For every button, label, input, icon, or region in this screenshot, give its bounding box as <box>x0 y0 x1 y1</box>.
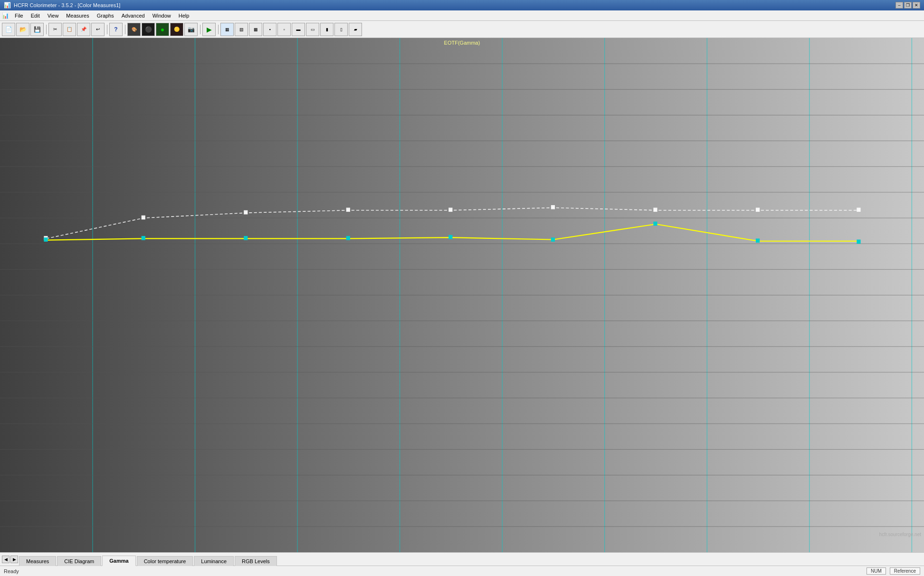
svg-rect-43 <box>551 237 555 242</box>
restore-button[interactable]: ❐ <box>904 2 912 9</box>
svg-rect-37 <box>857 208 860 212</box>
tab-rgb-levels[interactable]: RGB Levels <box>235 556 277 566</box>
tab-color-temperature[interactable]: Color temperature <box>137 556 193 566</box>
separator-4 <box>199 23 201 36</box>
separator-2 <box>105 23 108 36</box>
svg-rect-32 <box>346 208 350 212</box>
new-button[interactable]: 📄 <box>2 23 15 36</box>
camera-button[interactable]: 📷 <box>184 23 198 36</box>
tab-nav-right[interactable]: ▶ <box>10 556 18 563</box>
svg-rect-40 <box>244 236 248 240</box>
title-bar: 📊 HCFR Colorimeter - 3.5.2 - [Color Meas… <box>0 0 924 10</box>
help-button[interactable]: ? <box>109 23 123 36</box>
menu-measures[interactable]: Measures <box>62 12 93 19</box>
status-ready: Ready <box>4 568 19 574</box>
app-icon: 📊 <box>4 2 11 9</box>
app-menu-icon: 📊 <box>2 12 9 19</box>
status-reference: Reference <box>890 567 920 575</box>
view-btn-7[interactable]: ▭ <box>306 23 319 36</box>
svg-rect-38 <box>44 237 48 242</box>
separator-1 <box>45 23 48 36</box>
close-button[interactable]: ✕ <box>913 2 920 9</box>
rgb-black-button[interactable]: ⚫ <box>142 23 155 36</box>
menu-help[interactable]: Help <box>175 12 193 19</box>
status-bar: Ready NUM Reference <box>0 566 924 576</box>
colorimeter-button[interactable]: 🎨 <box>127 23 141 36</box>
view-btn-6[interactable]: ▬ <box>292 23 305 36</box>
separator-5 <box>217 23 219 36</box>
window-title: HCFR Colorimeter - 3.5.2 - [Color Measur… <box>14 2 120 8</box>
svg-rect-36 <box>756 208 760 212</box>
toolbar: 📄 📂 💾 ✂ 📋 📌 ↩ ? 🎨 ⚫ ● 🟡 📷 ▶ ▦ ▧ ▩ ▪ ▫ ▬ … <box>0 21 924 38</box>
svg-rect-33 <box>448 208 452 212</box>
watermark: hcfr.sourceforge.net <box>879 532 921 537</box>
menu-edit[interactable]: Edit <box>27 12 44 19</box>
cut-button[interactable]: ✂ <box>48 23 62 36</box>
chart-svg <box>0 38 924 552</box>
open-button[interactable]: 📂 <box>16 23 29 36</box>
menu-graphs[interactable]: Graphs <box>93 12 118 19</box>
svg-rect-45 <box>756 238 760 243</box>
menu-file[interactable]: File <box>11 12 27 19</box>
svg-rect-35 <box>653 208 657 212</box>
tab-measures[interactable]: Measures <box>19 556 56 566</box>
svg-rect-39 <box>142 236 145 240</box>
svg-rect-44 <box>653 222 657 226</box>
tab-bar: ◀ ▶ Measures CIE Diagram Gamma Color tem… <box>0 552 924 566</box>
undo-button[interactable]: ↩ <box>91 23 105 36</box>
view-btn-5[interactable]: ▫ <box>277 23 291 36</box>
tab-gamma[interactable]: Gamma <box>102 556 135 566</box>
view-btn-4[interactable]: ▪ <box>263 23 276 36</box>
view-btn-9[interactable]: ▯ <box>334 23 348 36</box>
view-btn-8[interactable]: ▮ <box>320 23 333 36</box>
tab-cie-diagram[interactable]: CIE Diagram <box>57 556 101 566</box>
separator-3 <box>124 23 126 36</box>
menu-view[interactable]: View <box>44 12 63 19</box>
svg-rect-41 <box>346 236 350 240</box>
view-btn-3[interactable]: ▩ <box>249 23 262 36</box>
save-button[interactable]: 💾 <box>30 23 44 36</box>
chart-container: 2.9 2.8 2.7 2.6 2.5 2.4 2.3 2.2 2.1 2 1.… <box>0 38 924 552</box>
menu-bar: 📊 File Edit View Measures Graphs Advance… <box>0 10 924 21</box>
menu-window[interactable]: Window <box>149 12 175 19</box>
minimize-button[interactable]: – <box>895 2 903 9</box>
rgb-green-button[interactable]: ● <box>156 23 169 36</box>
tab-luminance[interactable]: Luminance <box>194 556 234 566</box>
svg-rect-30 <box>142 216 145 220</box>
menu-advanced[interactable]: Advanced <box>118 12 149 19</box>
copy-button[interactable]: 📋 <box>63 23 76 36</box>
paste-button[interactable]: 📌 <box>77 23 90 36</box>
status-num: NUM <box>867 567 886 575</box>
svg-rect-34 <box>551 205 555 209</box>
svg-rect-42 <box>448 235 452 239</box>
view-btn-1[interactable]: ▦ <box>220 23 234 36</box>
svg-rect-46 <box>857 240 860 244</box>
chart-title: EOTF(Gamma) <box>444 40 480 46</box>
svg-rect-31 <box>244 210 248 215</box>
rgb-multi-button[interactable]: 🟡 <box>170 23 183 36</box>
tab-nav-left[interactable]: ◀ <box>2 556 10 563</box>
view-btn-10[interactable]: ▰ <box>349 23 362 36</box>
view-btn-2[interactable]: ▧ <box>235 23 248 36</box>
play-button[interactable]: ▶ <box>202 23 216 36</box>
